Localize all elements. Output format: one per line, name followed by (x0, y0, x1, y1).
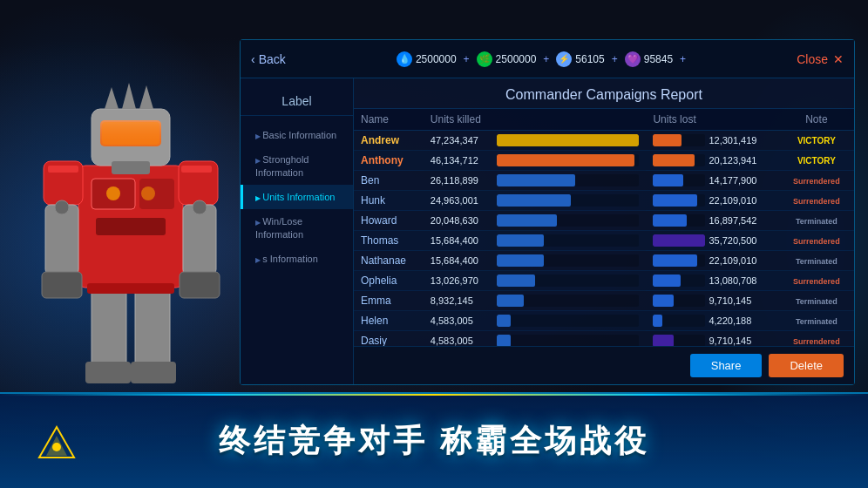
svg-marker-9 (139, 85, 153, 109)
lightning-icon: ⚡ (556, 51, 572, 67)
cell-killed: 47,234,347 (424, 131, 647, 151)
svg-rect-24 (181, 166, 212, 173)
share-button[interactable]: Share (690, 354, 763, 377)
note-badge: Surrendered (790, 236, 844, 247)
sidebar-item-stronghold[interactable]: Stronghold Information (241, 147, 353, 185)
table-row: Helen 4,583,005 4,220,188 Terminated (354, 311, 854, 331)
sidebar-item-other[interactable]: s Information (241, 247, 353, 271)
killed-bar-bg (497, 254, 640, 267)
svg-point-27 (106, 186, 120, 200)
cell-name: Ben (354, 171, 424, 191)
cell-lost: 9,710,145 (646, 291, 778, 311)
svg-rect-12 (45, 205, 78, 274)
killed-bar-bg (497, 315, 640, 327)
bottom-buttons: Share Delete (354, 346, 854, 384)
lost-bar-fill (653, 335, 674, 346)
cell-lost: 4,220,188 (646, 311, 778, 331)
resource-green: 🌿 2500000 (477, 51, 537, 67)
back-button[interactable]: ‹ Back (251, 52, 286, 66)
killed-bar-bg (497, 154, 640, 166)
svg-rect-22 (102, 122, 159, 145)
sidebar-item-units[interactable]: Units Information (241, 185, 353, 209)
killed-bar-bg (497, 214, 640, 227)
killed-bar-fill (497, 274, 535, 287)
cell-note: Terminated (779, 311, 854, 331)
killed-bar-bg (497, 274, 640, 287)
killed-bar-bg (497, 194, 640, 207)
table-row: Emma 8,932,145 9,710,145 Terminated (354, 291, 854, 311)
cell-killed: 4,583,005 (424, 311, 647, 331)
note-badge: Surrendered (790, 176, 844, 186)
cell-killed: 8,932,145 (424, 291, 647, 311)
table-row: Dasiy 4,583,005 9,710,145 Surrendered (354, 331, 854, 347)
close-label: Close (797, 52, 828, 66)
lost-bar-bg (653, 295, 705, 307)
table-container[interactable]: Name Units killed Units lost Note Andrew… (354, 109, 854, 346)
cell-note: Surrendered (779, 271, 854, 291)
svg-rect-17 (135, 288, 170, 366)
plus-4[interactable]: + (680, 53, 686, 65)
killed-bar-bg (497, 335, 640, 346)
delete-button[interactable]: Delete (769, 354, 844, 377)
cell-note: Surrendered (779, 191, 854, 211)
svg-rect-3 (96, 218, 166, 235)
water-value: 2500000 (416, 53, 457, 65)
lost-bar-fill (653, 174, 683, 186)
svg-rect-18 (85, 362, 131, 383)
resources-bar: 💧 2500000 + 🌿 2500000 + ⚡ 56105 + 💜 9584… (397, 51, 686, 67)
bottom-text: 终结竞争对手 称霸全场战役 (219, 420, 649, 463)
lost-value: 22,109,010 (709, 255, 756, 266)
killed-value: 15,684,400 (431, 255, 492, 266)
table-row: Anthony 46,134,712 20,123,941 VICTORY (354, 151, 854, 171)
lost-value: 12,301,419 (709, 135, 756, 146)
cell-lost: 13,080,708 (646, 271, 778, 291)
bottom-logo (35, 423, 78, 466)
cell-killed: 20,048,630 (424, 211, 647, 231)
cell-name: Ophelia (354, 271, 424, 291)
col-name: Name (354, 109, 424, 131)
lost-bar-bg (653, 335, 705, 346)
killed-value: 4,583,005 (431, 315, 492, 326)
killed-value: 46,134,712 (431, 155, 492, 166)
close-button[interactable]: Close ✕ (797, 52, 844, 66)
back-label: Back (259, 52, 286, 66)
col-units-killed: Units killed (424, 109, 647, 131)
note-badge: Surrendered (790, 196, 844, 207)
cell-note: VICTORY (779, 151, 854, 171)
svg-marker-7 (105, 87, 119, 109)
table-row: Andrew 47,234,347 12,301,419 VICTORY (354, 131, 854, 151)
sidebar-item-winlose[interactable]: Win/Lose Information (241, 209, 353, 247)
killed-value: 26,118,899 (431, 175, 492, 186)
lost-bar-bg (653, 214, 705, 227)
lost-bar-bg (653, 274, 705, 287)
note-badge: Terminated (792, 296, 841, 307)
sidebar-item-basic[interactable]: Basic Information (241, 123, 353, 147)
cell-note: Terminated (779, 211, 854, 231)
killed-bar-fill (497, 134, 640, 146)
main-panel: ‹ Back 💧 2500000 + 🌿 2500000 + ⚡ 56105 +… (240, 39, 855, 385)
cell-name: Dasiy (354, 331, 424, 347)
killed-bar-bg (497, 174, 640, 186)
killed-bar-fill (497, 254, 544, 267)
table-row: Ben 26,118,899 14,177,900 Surrendered (354, 171, 854, 191)
killed-bar-bg (497, 295, 640, 307)
plus-3[interactable]: + (612, 53, 618, 65)
killed-bar-fill (497, 174, 575, 186)
cell-killed: 13,026,970 (424, 271, 647, 291)
plus-1[interactable]: + (464, 53, 470, 65)
killed-value: 4,583,005 (431, 336, 492, 346)
killed-value: 13,026,970 (431, 275, 492, 286)
plus-2[interactable]: + (543, 53, 549, 65)
svg-point-25 (55, 200, 69, 214)
resource-water: 💧 2500000 (397, 51, 457, 67)
table-row: Ophelia 13,026,970 13,080,708 Surrendere… (354, 271, 854, 291)
resource-lightning: ⚡ 56105 (556, 51, 604, 67)
cell-killed: 26,118,899 (424, 171, 647, 191)
back-chevron-icon: ‹ (251, 52, 255, 66)
cell-lost: 20,123,941 (646, 151, 778, 171)
robot-image (17, 26, 244, 401)
purple-value: 95845 (644, 53, 673, 65)
cell-name: Emma (354, 291, 424, 311)
table-row: Nathanae 15,684,400 22,109,010 Terminate… (354, 251, 854, 271)
lost-bar-bg (653, 154, 705, 166)
